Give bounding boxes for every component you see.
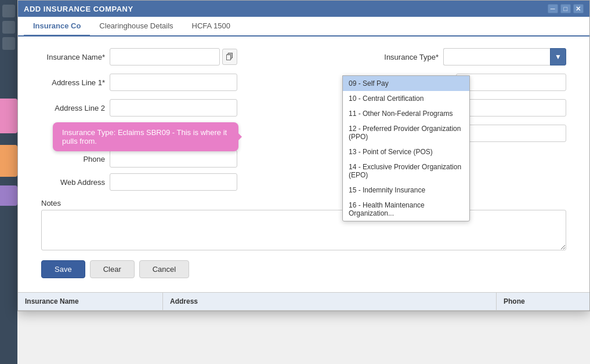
side-indicator-orange: [0, 145, 17, 177]
web-address-label: Web Address: [41, 178, 105, 187]
insurance-name-search-icon[interactable]: 🗍: [222, 49, 237, 65]
notes-section: Notes: [41, 199, 566, 252]
notes-textarea[interactable]: [41, 210, 566, 250]
insurance-name-input[interactable]: [110, 48, 220, 65]
dropdown-option-13[interactable]: 13 - Point of Service (POS): [343, 144, 469, 159]
row-address1-zip: Address Line 1* Zip*: [41, 74, 566, 91]
sidebar-icon-2: [2, 21, 15, 34]
side-indicator-purple: [0, 185, 17, 206]
tab-clearinghouse-details[interactable]: Clearinghouse Details: [90, 17, 182, 37]
insurance-type-dropdown-arrow[interactable]: ▼: [550, 48, 566, 65]
address-line2-group: Address Line 2: [41, 99, 304, 117]
web-address-input[interactable]: [110, 173, 237, 191]
table-col-address: Address: [163, 293, 497, 310]
title-bar-controls: ─ □ ✕: [548, 4, 584, 13]
insurance-name-label: Insurance Name*: [41, 53, 105, 61]
address-line2-label: Address Line 2: [41, 104, 105, 112]
dropdown-option-11[interactable]: 11 - Other Non-Federal Programs: [343, 106, 469, 121]
tab-hcfa-1500[interactable]: HCFA 1500: [183, 17, 240, 37]
fax-input[interactable]: [456, 125, 566, 142]
insurance-name-input-group: 🗍: [110, 48, 237, 65]
dropdown-option-14[interactable]: 14 - Exclusive Provider Organization (EP…: [343, 159, 469, 183]
sidebar-icon-3: [2, 37, 15, 50]
table-header-row: Insurance Name Address Phone: [18, 293, 589, 311]
dropdown-option-16[interactable]: 16 - Health Maintenance Organization...: [343, 198, 469, 221]
results-table: Insurance Name Address Phone: [18, 292, 589, 311]
web-address-group: Web Address: [41, 173, 304, 191]
address-line1-label: Address Line 1*: [41, 78, 105, 87]
phone-group: Phone +1: [41, 150, 304, 168]
add-insurance-modal: ADD INSURANCE COMPANY ─ □ ✕ Insurance Co…: [17, 0, 590, 311]
table-col-phone: Phone: [497, 293, 589, 310]
side-indicator-pink: [0, 99, 17, 133]
restore-button[interactable]: □: [560, 4, 571, 13]
tab-bar: Insurance Co Clearinghouse Details HCFA …: [18, 17, 589, 37]
row-phone: Phone +1: [41, 150, 566, 168]
dropdown-option-12[interactable]: 12 - Preferred Provider Organization (PP…: [343, 121, 469, 144]
phone-input[interactable]: +1: [110, 150, 237, 168]
address-line1-input[interactable]: [110, 74, 237, 91]
dropdown-option-15[interactable]: 15 - Indemnity Insurance: [343, 183, 469, 198]
phone-label: Phone: [41, 155, 105, 163]
dropdown-option-09[interactable]: 09 - Self Pay: [343, 76, 469, 91]
sidebar: [0, 0, 17, 364]
tab-insurance-co[interactable]: Insurance Co: [24, 17, 90, 37]
button-row: Save Clear Cancel: [41, 260, 566, 278]
address-line1-group: Address Line 1*: [41, 74, 304, 91]
insurance-name-group: Insurance Name* 🗍: [41, 48, 304, 65]
insurance-type-label: Insurance Type*: [375, 53, 439, 61]
address-line2-input[interactable]: [110, 99, 237, 117]
modal-title: ADD INSURANCE COMPANY: [24, 5, 133, 13]
save-button[interactable]: Save: [41, 260, 85, 278]
row-insurance-name-type: Insurance Name* 🗍 Insurance Type* 09 - S…: [41, 48, 566, 65]
clear-button[interactable]: Clear: [90, 260, 135, 278]
state-input[interactable]: [456, 99, 566, 117]
cancel-button[interactable]: Cancel: [139, 260, 189, 278]
form-body: Insurance Name* 🗍 Insurance Type* 09 - S…: [18, 37, 589, 290]
insurance-type-dropdown: 09 - Self Pay 10 - Central Certification…: [342, 75, 470, 221]
notes-label: Notes: [41, 199, 566, 208]
title-bar: ADD INSURANCE COMPANY ─ □ ✕: [18, 1, 589, 17]
minimize-button[interactable]: ─: [548, 4, 558, 13]
dropdown-option-10[interactable]: 10 - Central Certification: [343, 91, 469, 106]
insurance-type-group: Insurance Type* 09 - Self Pay ▼: [304, 48, 567, 65]
row-web: Web Address: [41, 173, 566, 191]
insurance-type-input[interactable]: 09 - Self Pay: [443, 48, 551, 65]
table-col-insurance-name: Insurance Name: [18, 293, 163, 310]
row-address2-state: Address Line 2 State*: [41, 99, 566, 117]
close-button[interactable]: ✕: [573, 4, 584, 13]
zip-input[interactable]: [456, 74, 566, 91]
tooltip-bubble: Insurance Type: Eclaims SBR09 - This is …: [53, 122, 238, 151]
sidebar-icon-1: [2, 5, 15, 17]
